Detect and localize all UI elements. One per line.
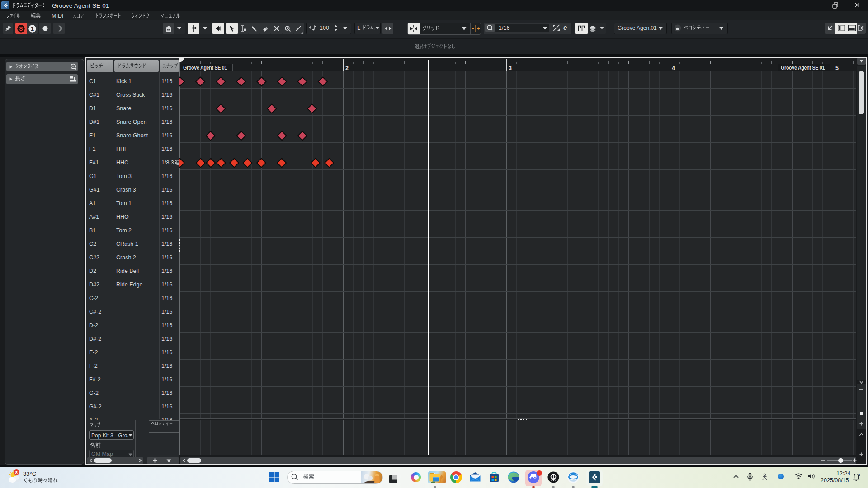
svg-text:1: 1 xyxy=(31,26,34,32)
svg-text:S: S xyxy=(19,26,23,32)
svg-text:z: z xyxy=(859,473,860,476)
